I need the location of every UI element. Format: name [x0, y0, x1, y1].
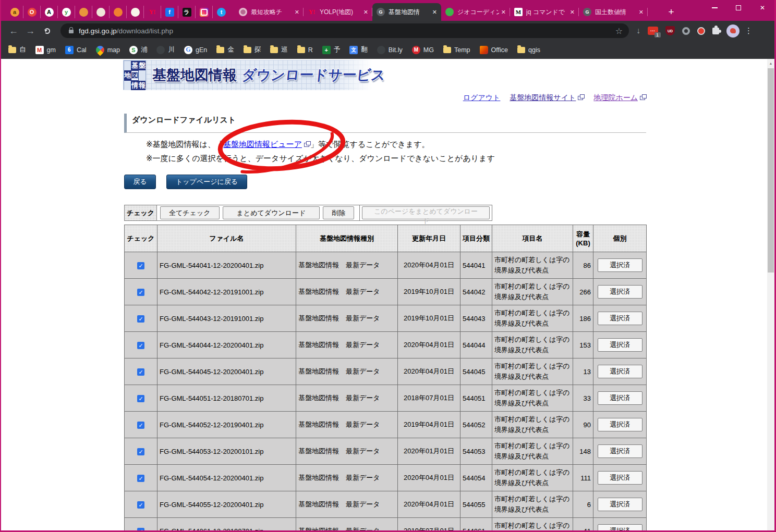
fgd-site-link[interactable]: 基盤地図情報サイト: [510, 93, 576, 102]
scrollbar-thumb[interactable]: [768, 68, 774, 273]
bookmark-浦[interactable]: S浦: [129, 45, 148, 54]
tab-基盤地図情[interactable]: G基盤地図情✕: [372, 3, 441, 21]
tab-close-icon[interactable]: ✕: [363, 9, 368, 16]
delete-button[interactable]: 削除: [323, 206, 354, 219]
bookmark-Bit.ly[interactable]: Bit.ly: [377, 46, 403, 54]
row-checkbox[interactable]: ✓: [137, 368, 144, 376]
pinned-tab-fox-avatar[interactable]: [75, 6, 92, 18]
bookmark-qgis[interactable]: qgis: [517, 46, 540, 54]
bookmark-gm[interactable]: Mgm: [35, 46, 56, 54]
reload-icon[interactable]: [39, 26, 55, 36]
tab-close-icon[interactable]: ✕: [570, 9, 575, 16]
top-page-button[interactable]: トップページに戻る: [166, 175, 247, 189]
tab-最短攻略チ[interactable]: 最短攻略チ✕: [235, 3, 304, 21]
tab-close-icon[interactable]: ✕: [639, 9, 644, 16]
pinned-tab-yahoo[interactable]: Y!: [144, 6, 161, 18]
selected-button[interactable]: 選択済: [598, 312, 642, 325]
url-text[interactable]: fgd.gsi.go.jp/download/list.php: [79, 27, 615, 35]
pinned-tab-clock-site[interactable]: [127, 6, 144, 18]
download-icon[interactable]: ↓: [636, 26, 640, 35]
bookmark-label: Office: [491, 46, 508, 54]
bookmark-Cal[interactable]: 6Cal: [65, 46, 87, 54]
tab-YOLP(地図)[interactable]: Y!YOLP(地図)✕: [304, 3, 372, 21]
pinned-tab-a-site[interactable]: A: [41, 6, 58, 18]
tab-jq コマンドで[interactable]: Mjq コマンドで✕: [510, 3, 579, 21]
bookmark-金[interactable]: 金: [216, 45, 234, 54]
bulk-download-button[interactable]: まとめてダウンロード: [223, 206, 320, 219]
cell-type: 基盤地図情報 最新データ: [296, 252, 398, 279]
bookmark-MG[interactable]: MMG: [412, 46, 434, 54]
tab-close-icon[interactable]: ✕: [432, 9, 437, 16]
pinned-tab-instagram[interactable]: [196, 6, 213, 18]
selected-button[interactable]: 選択済: [598, 471, 642, 485]
bookmark-探[interactable]: 探: [244, 45, 261, 54]
bookmark-map[interactable]: map: [96, 46, 120, 54]
pinned-tab-radio[interactable]: ラ: [178, 6, 196, 18]
selected-button[interactable]: 選択済: [598, 418, 642, 431]
row-checkbox[interactable]: ✓: [137, 528, 144, 531]
extensions-puzzle-icon[interactable]: [712, 28, 719, 34]
selected-button[interactable]: 選択済: [598, 444, 642, 458]
pinned-tab-plant-site[interactable]: y: [58, 6, 75, 18]
bookmark-自[interactable]: 自: [8, 45, 26, 54]
cell-date: 2020年04月01日: [398, 465, 460, 491]
pinned-tab-power-site[interactable]: O: [23, 6, 41, 18]
pinned-tab-shell-site[interactable]: [92, 6, 110, 18]
row-checkbox[interactable]: ✓: [137, 501, 144, 509]
row-checkbox[interactable]: ✓: [137, 422, 144, 429]
window-controls: ✕: [702, 0, 774, 16]
check-all-button[interactable]: 全てチェック: [160, 206, 220, 219]
menu-kebab-icon[interactable]: ⋮: [745, 26, 753, 35]
row-checkbox[interactable]: ✓: [137, 315, 144, 323]
bookmark-予[interactable]: +予: [322, 45, 341, 54]
lock-icon[interactable]: [69, 30, 74, 33]
bookmark-star-icon[interactable]: ☆: [615, 26, 623, 36]
selected-button[interactable]: 選択済: [598, 285, 642, 299]
bookmark-翻[interactable]: 文翻: [349, 45, 368, 54]
minimize-button[interactable]: [702, 0, 726, 16]
selected-button[interactable]: 選択済: [598, 391, 642, 405]
tab-close-icon[interactable]: ✕: [295, 9, 299, 16]
new-tab-button[interactable]: +: [664, 5, 678, 19]
viewer-link[interactable]: 基盤地図情報ビューア: [223, 140, 302, 149]
gsi-home-link[interactable]: 地理院ホーム: [593, 93, 638, 102]
selected-button[interactable]: 選択済: [598, 258, 642, 272]
bookmark-gEn[interactable]: GgEn: [184, 46, 207, 54]
bookmark-巡[interactable]: 巡: [270, 45, 288, 54]
row-checkbox[interactable]: ✓: [137, 448, 144, 455]
extension-ring-icon[interactable]: [682, 27, 690, 35]
extension-ud-shield-icon[interactable]: UD: [665, 26, 675, 35]
selected-button[interactable]: 選択済: [598, 365, 642, 378]
bookmark-Temp[interactable]: Temp: [443, 46, 470, 54]
profile-avatar[interactable]: [726, 24, 739, 38]
tab-ジオコーディン[interactable]: ジオコーディン✕: [441, 3, 510, 21]
bookmark-Office[interactable]: Office: [480, 46, 508, 54]
address-bar[interactable]: fgd.gsi.go.jp/download/list.php ☆: [60, 23, 629, 38]
row-checkbox[interactable]: ✓: [137, 289, 144, 296]
extension-red-icon[interactable]: •••1: [648, 27, 658, 35]
maximize-button[interactable]: [726, 0, 750, 16]
pinned-tab-music-site[interactable]: a: [6, 6, 23, 18]
scroll-up-arrow[interactable]: ▲: [767, 59, 774, 67]
selected-button[interactable]: 選択済: [598, 338, 642, 352]
row-checkbox[interactable]: ✓: [137, 262, 144, 269]
back-page-button[interactable]: 戻る: [124, 175, 156, 189]
tab-国土数値情[interactable]: G国土数値情✕: [579, 3, 648, 21]
pinned-tab-facebook[interactable]: f: [161, 6, 178, 18]
pinned-tab-bird-avatar[interactable]: [110, 6, 127, 18]
pinned-tab-twitter[interactable]: t: [213, 6, 230, 18]
page-scrollbar[interactable]: ▲: [767, 59, 774, 530]
extension-record-icon[interactable]: [697, 27, 705, 35]
row-checkbox[interactable]: ✓: [137, 475, 144, 482]
forward-icon[interactable]: →: [22, 26, 39, 36]
selected-button[interactable]: 選択済: [598, 498, 642, 511]
logout-link[interactable]: ログアウト: [463, 93, 501, 102]
tab-close-icon[interactable]: ✕: [501, 9, 506, 16]
row-checkbox[interactable]: ✓: [137, 342, 144, 349]
back-icon[interactable]: ←: [5, 26, 22, 36]
row-checkbox[interactable]: ✓: [137, 395, 144, 402]
bookmark-R[interactable]: R: [297, 46, 313, 54]
bookmark-川[interactable]: 川: [156, 45, 175, 54]
selected-button[interactable]: 選択済: [598, 524, 642, 530]
close-window-button[interactable]: ✕: [750, 0, 774, 16]
